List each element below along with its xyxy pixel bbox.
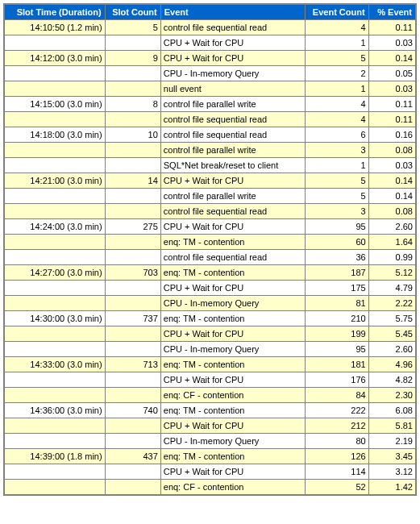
event-cell: CPU - In-memory Query: [160, 342, 305, 357]
slot-time-cell: 14:30:00 (3.0 min): [4, 311, 105, 326]
pct-event-cell: 0.14: [368, 189, 416, 204]
slot-time-cell: 14:10:50 (1.2 min): [4, 20, 105, 35]
event-count-cell: 199: [305, 326, 368, 342]
event-count-cell: 176: [305, 372, 368, 388]
slot-count-cell: [105, 112, 160, 127]
slot-count-cell: [105, 388, 160, 403]
slot-time-cell: [4, 81, 105, 97]
pct-event-cell: 1.64: [368, 235, 416, 250]
slot-count-cell: [105, 372, 160, 388]
slot-time-cell: [4, 434, 105, 449]
event-count-cell: 4: [305, 20, 368, 35]
pct-event-cell: 5.75: [368, 311, 416, 326]
table-row: 14:36:00 (3.0 min)740enq: TM - contentio…: [4, 403, 416, 418]
table-row: control file parallel write30.08: [4, 143, 416, 158]
pct-event-cell: 2.30: [368, 388, 416, 403]
event-cell: enq: TM - contention: [160, 235, 305, 250]
event-count-cell: 1: [305, 158, 368, 173]
slot-count-cell: [105, 81, 160, 97]
slot-time-cell: 14:36:00 (3.0 min): [4, 403, 105, 418]
slot-count-cell: 14: [105, 173, 160, 189]
pct-event-cell: 3.12: [368, 464, 416, 480]
event-count-cell: 212: [305, 418, 368, 434]
pct-event-cell: 0.11: [368, 20, 416, 35]
event-count-cell: 2: [305, 66, 368, 81]
table-row: CPU + Wait for CPU1764.82: [4, 372, 416, 388]
slot-count-cell: [105, 434, 160, 449]
event-count-cell: 1: [305, 81, 368, 97]
event-cell: control file sequential read: [160, 127, 305, 143]
event-count-cell: 81: [305, 296, 368, 311]
table-row: enq: CF - contention521.42: [4, 480, 416, 496]
slot-time-cell: [4, 418, 105, 434]
table-row: null event10.03: [4, 81, 416, 97]
pct-event-cell: 3.45: [368, 449, 416, 464]
table-row: CPU - In-memory Query20.05: [4, 66, 416, 81]
slot-count-cell: [105, 158, 160, 173]
pct-event-cell: 0.08: [368, 204, 416, 219]
event-count-cell: 84: [305, 388, 368, 403]
event-cell: CPU + Wait for CPU: [160, 281, 305, 296]
table-row: 14:10:50 (1.2 min)5control file sequenti…: [4, 20, 416, 35]
event-cell: SQL*Net break/reset to client: [160, 158, 305, 173]
table-row: control file parallel write50.14: [4, 189, 416, 204]
slot-count-cell: [105, 281, 160, 296]
event-count-cell: 5: [305, 173, 368, 189]
table-row: CPU - In-memory Query952.60: [4, 342, 416, 357]
table-row: CPU + Wait for CPU2125.81: [4, 418, 416, 434]
event-cell: CPU + Wait for CPU: [160, 418, 305, 434]
event-count-cell: 126: [305, 449, 368, 464]
pct-event-cell: 2.22: [368, 296, 416, 311]
pct-event-cell: 2.60: [368, 219, 416, 235]
slot-count-cell: [105, 189, 160, 204]
pct-event-cell: 5.45: [368, 326, 416, 342]
slot-time-cell: [4, 66, 105, 81]
slot-time-cell: [4, 250, 105, 265]
table-row: 14:18:00 (3.0 min)10control file sequent…: [4, 127, 416, 143]
event-cell: CPU + Wait for CPU: [160, 326, 305, 342]
event-cell: control file sequential read: [160, 20, 305, 35]
header-event: Event: [160, 4, 305, 20]
slot-count-cell: [105, 35, 160, 51]
slot-time-cell: [4, 480, 105, 496]
slot-count-cell: 740: [105, 403, 160, 418]
slot-count-cell: 5: [105, 20, 160, 35]
slot-count-cell: 9: [105, 51, 160, 66]
table-row: control file sequential read30.08: [4, 204, 416, 219]
event-count-cell: 52: [305, 480, 368, 496]
event-cell: CPU + Wait for CPU: [160, 219, 305, 235]
slot-time-cell: [4, 388, 105, 403]
pct-event-cell: 2.19: [368, 434, 416, 449]
slot-time-cell: [4, 143, 105, 158]
header-event-count: Event Count: [305, 4, 368, 20]
slot-time-cell: [4, 158, 105, 173]
slot-time-cell: [4, 464, 105, 480]
header-row: Slot Time (Duration) Slot Count Event Ev…: [4, 4, 416, 20]
event-cell: control file sequential read: [160, 112, 305, 127]
pct-event-cell: 5.81: [368, 418, 416, 434]
event-cell: enq: TM - contention: [160, 449, 305, 464]
slot-time-cell: [4, 235, 105, 250]
slot-time-cell: [4, 204, 105, 219]
table-row: enq: TM - contention601.64: [4, 235, 416, 250]
table-row: 14:30:00 (3.0 min)737enq: TM - contentio…: [4, 311, 416, 326]
header-slot-time: Slot Time (Duration): [4, 4, 105, 20]
event-cell: enq: CF - contention: [160, 388, 305, 403]
event-count-cell: 4: [305, 112, 368, 127]
event-count-cell: 187: [305, 265, 368, 281]
pct-event-cell: 0.11: [368, 97, 416, 112]
table-row: CPU - In-memory Query802.19: [4, 434, 416, 449]
pct-event-cell: 0.16: [368, 127, 416, 143]
slot-count-cell: [105, 296, 160, 311]
slot-count-cell: [105, 480, 160, 496]
event-count-cell: 222: [305, 403, 368, 418]
slot-count-cell: 713: [105, 357, 160, 372]
pct-event-cell: 0.05: [368, 66, 416, 81]
slot-count-cell: [105, 342, 160, 357]
event-count-cell: 5: [305, 189, 368, 204]
slot-time-cell: [4, 189, 105, 204]
pct-event-cell: 0.03: [368, 81, 416, 97]
event-cell: control file parallel write: [160, 189, 305, 204]
event-count-cell: 95: [305, 219, 368, 235]
slot-count-cell: [105, 418, 160, 434]
